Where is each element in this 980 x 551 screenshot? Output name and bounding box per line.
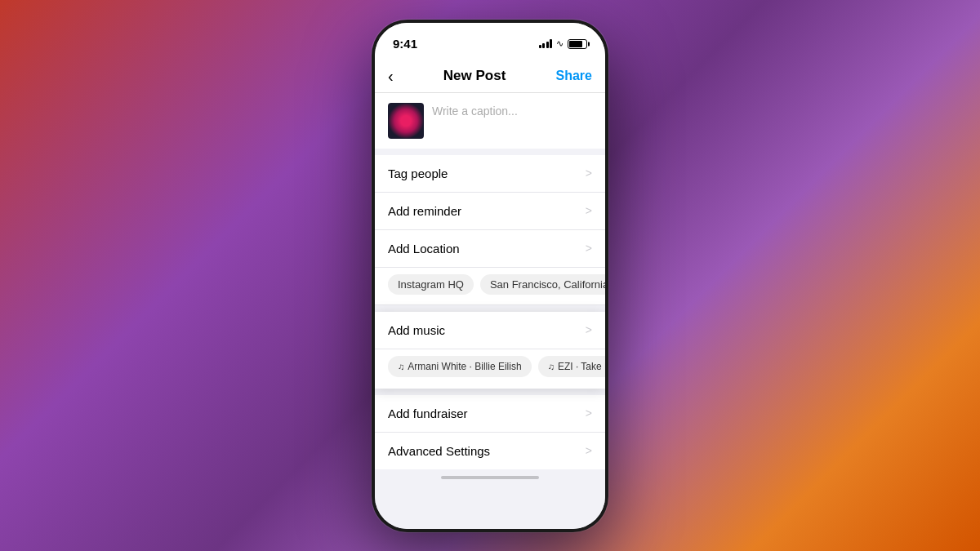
add-location-label: Add Location xyxy=(388,242,460,256)
status-icons: ∿ xyxy=(539,38,588,49)
menu-section-top: Tag people > Add reminder > Add Location… xyxy=(375,155,605,305)
caption-row: Write a caption... xyxy=(375,93,605,149)
add-location-chevron: > xyxy=(586,242,592,255)
tag-people-item[interactable]: Tag people > xyxy=(375,155,605,193)
add-music-item[interactable]: Add music > xyxy=(375,312,605,349)
music-chip-0[interactable]: ♫ Armani White · Billie Eilish xyxy=(388,356,532,377)
advanced-settings-chevron: > xyxy=(586,444,592,457)
location-chip-1[interactable]: San Francisco, California xyxy=(480,274,605,295)
music-chip-1-label: EZI · Take My Br... xyxy=(558,361,605,372)
content-area: Write a caption... Tag people > Add remi… xyxy=(375,93,605,529)
wifi-icon: ∿ xyxy=(556,38,564,49)
phone-container: 9:41 ∿ ‹ New Post xyxy=(372,20,608,532)
add-music-label: Add music xyxy=(388,323,445,337)
tag-people-chevron: > xyxy=(586,167,592,180)
music-chips: ♫ Armani White · Billie Eilish ♫ EZI · T… xyxy=(375,349,605,389)
add-reminder-chevron: > xyxy=(586,204,592,217)
tag-people-label: Tag people xyxy=(388,167,448,180)
location-chips: Instagram HQ San Francisco, California M… xyxy=(375,268,605,305)
phone-shell: 9:41 ∿ ‹ New Post xyxy=(372,20,608,532)
add-fundraiser-item[interactable]: Add fundraiser > xyxy=(375,395,605,433)
back-button[interactable]: ‹ xyxy=(388,67,394,86)
add-reminder-label: Add reminder xyxy=(388,204,461,218)
home-bar xyxy=(441,476,539,479)
nav-title: New Post xyxy=(443,68,506,84)
phone-screen: 9:41 ∿ ‹ New Post xyxy=(375,23,605,529)
location-chip-0[interactable]: Instagram HQ xyxy=(388,274,474,295)
advanced-settings-item[interactable]: Advanced Settings > xyxy=(375,433,605,469)
battery-icon xyxy=(568,39,587,49)
advanced-settings-label: Advanced Settings xyxy=(388,444,490,458)
music-note-1: ♫ xyxy=(548,362,555,371)
music-chip-1[interactable]: ♫ EZI · Take My Br... xyxy=(538,356,605,377)
thumbnail-image xyxy=(388,103,424,139)
add-music-chevron: > xyxy=(586,323,592,336)
share-button[interactable]: Share xyxy=(556,69,592,83)
add-fundraiser-label: Add fundraiser xyxy=(388,407,468,420)
add-location-item[interactable]: Add Location > xyxy=(375,230,605,268)
signal-icon xyxy=(539,39,553,48)
music-note-0: ♫ xyxy=(398,362,404,371)
nav-bar: ‹ New Post Share xyxy=(375,59,605,93)
home-indicator xyxy=(375,469,605,487)
bottom-section: Add fundraiser > Advanced Settings > xyxy=(375,395,605,469)
status-bar: 9:41 ∿ xyxy=(375,23,605,59)
caption-input[interactable]: Write a caption... xyxy=(432,103,592,118)
divider-1 xyxy=(375,149,605,155)
music-section: Add music > ♫ Armani White · Billie Eili… xyxy=(375,312,605,389)
post-thumbnail xyxy=(388,103,424,139)
add-reminder-item[interactable]: Add reminder > xyxy=(375,193,605,230)
status-time: 9:41 xyxy=(393,37,417,51)
music-chip-0-label: Armani White · Billie Eilish xyxy=(408,361,521,372)
add-fundraiser-chevron: > xyxy=(586,407,592,420)
